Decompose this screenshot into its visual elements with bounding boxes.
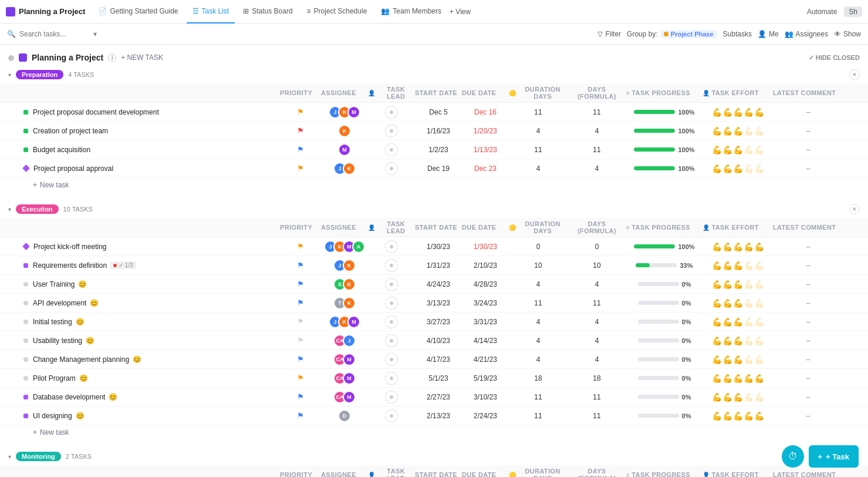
task-name[interactable]: UI designing 😊: [33, 412, 280, 420]
project-info-icon[interactable]: i: [108, 53, 116, 62]
search-input[interactable]: [19, 30, 90, 38]
priority-cell[interactable]: ⚑: [280, 355, 321, 364]
new-task-floating-button[interactable]: + + Task: [809, 445, 859, 468]
assignee-cell[interactable]: J K M A: [321, 240, 368, 253]
tasklead-cell[interactable]: [368, 334, 415, 347]
assignee-cell[interactable]: CA J: [321, 334, 368, 347]
priority-cell[interactable]: ⚑: [280, 164, 321, 173]
priority-cell[interactable]: ⚑: [280, 261, 321, 270]
priority-cell[interactable]: ⚑: [280, 411, 321, 420]
group-header-monitoring[interactable]: ▾ Monitoring 2 TASKS ✕: [0, 448, 868, 465]
group-close-execution[interactable]: ✕: [849, 204, 860, 214]
task-name[interactable]: User Training 😊: [33, 280, 280, 288]
priority-cell[interactable]: ⚑: [280, 242, 321, 251]
assignee-cell[interactable]: CA M: [321, 372, 368, 385]
task-name[interactable]: Database development 😊: [33, 393, 280, 401]
assignee-cell[interactable]: J K: [321, 162, 368, 175]
col-effort-ex: 👤TASK EFFORT: [702, 224, 773, 231]
avatar: D: [338, 409, 351, 422]
assignees-button[interactable]: 👥 Assignees: [785, 30, 828, 38]
share-button[interactable]: Sh: [844, 6, 862, 17]
timer-button[interactable]: ⏱: [782, 445, 804, 468]
assignee-cell[interactable]: K: [321, 125, 368, 137]
assignee-cell[interactable]: D: [321, 409, 368, 422]
group-toggle-execution[interactable]: ▾: [8, 206, 11, 213]
filter-button[interactable]: ▽ Filter: [597, 30, 621, 38]
formula-cell: 4: [568, 355, 626, 364]
subtasks-button[interactable]: Subtasks: [723, 30, 752, 38]
tasklead-cell[interactable]: [368, 353, 415, 366]
group-toggle-monitoring[interactable]: ▾: [8, 454, 11, 460]
progress-cell: 0%: [626, 394, 702, 401]
task-name[interactable]: Project proposal document development: [33, 108, 280, 116]
priority-cell[interactable]: ⚑: [280, 126, 321, 135]
tasklead-cell[interactable]: [368, 143, 415, 156]
automate-button[interactable]: Automate: [807, 8, 837, 16]
nav-tab-status-board[interactable]: ⊞ Status Board: [237, 0, 298, 23]
assignee-cell[interactable]: J K M: [321, 315, 368, 328]
nav-tab-task-list[interactable]: ☰ Task List: [187, 0, 235, 23]
tasklead-cell[interactable]: [368, 106, 415, 119]
task-name[interactable]: Budget acquisition: [33, 146, 280, 154]
priority-cell[interactable]: ⚑: [280, 317, 321, 326]
nav-tab-team-members[interactable]: 👥 Team Members: [375, 0, 447, 23]
priority-cell[interactable]: ⚑: [280, 145, 321, 154]
priority-cell[interactable]: ⚑: [280, 298, 321, 307]
assignee-cell[interactable]: J K M: [321, 106, 368, 119]
task-name[interactable]: Project kick-off meeting: [33, 243, 280, 251]
task-name[interactable]: Change Management planning 😊: [33, 355, 280, 364]
nav-tab-project-schedule[interactable]: ≡ Project Schedule: [301, 0, 373, 23]
assignee-cell[interactable]: CA M: [321, 391, 368, 404]
priority-cell[interactable]: ⚑: [280, 280, 321, 288]
me-button[interactable]: 👤 Me: [758, 30, 779, 38]
priority-cell[interactable]: ⚑: [280, 374, 321, 382]
group-close-preparation[interactable]: ✕: [849, 69, 860, 80]
priority-cell[interactable]: ⚑: [280, 392, 321, 401]
search-dropdown-icon[interactable]: ▾: [93, 30, 97, 38]
task-name[interactable]: Project proposal approval: [33, 164, 280, 173]
assignee-cell[interactable]: S K: [321, 278, 368, 291]
tasklead-cell[interactable]: [368, 391, 415, 404]
tab-label: Status Board: [252, 7, 292, 15]
search-box[interactable]: 🔍 ▾: [7, 30, 124, 38]
group-by-button[interactable]: Group by: Project Phase: [627, 30, 717, 38]
progress-cell: 100%: [626, 127, 702, 135]
hide-closed-button[interactable]: ✓ HIDE CLOSED: [809, 54, 860, 62]
task-name[interactable]: Requirements definition ✓ 1/3: [33, 261, 280, 270]
due-date-cell: 3/10/23: [462, 393, 509, 401]
assignee-cell[interactable]: M: [321, 143, 368, 156]
tasklead-cell[interactable]: [368, 240, 415, 253]
me-icon: 👤: [758, 30, 766, 38]
show-button[interactable]: 👁 Show: [834, 30, 861, 38]
priority-cell[interactable]: ⚑: [280, 336, 321, 345]
col-effort-mon: 👤TASK EFFORT: [702, 471, 773, 477]
task-name[interactable]: Creation of project team: [33, 127, 280, 135]
task-name[interactable]: API development 😊: [33, 299, 280, 307]
group-toggle-preparation[interactable]: ▾: [8, 72, 11, 78]
assignee-cell[interactable]: J K: [321, 259, 368, 272]
new-task-button-execution[interactable]: +New task: [0, 425, 868, 439]
tasklead-cell[interactable]: [368, 162, 415, 175]
assignee-cell[interactable]: T K: [321, 297, 368, 310]
task-name[interactable]: Usability testing 😊: [33, 337, 280, 345]
task-name[interactable]: Pilot Program 😊: [33, 374, 280, 382]
add-view-button[interactable]: + View: [450, 8, 471, 16]
tasklead-cell[interactable]: [368, 315, 415, 328]
tasklead-cell[interactable]: [368, 409, 415, 422]
tasklead-cell[interactable]: [368, 278, 415, 291]
new-task-header-btn[interactable]: + NEW TASK: [121, 53, 163, 62]
task-name[interactable]: Initial testing 😊: [33, 318, 280, 326]
tasklead-cell[interactable]: [368, 372, 415, 385]
new-task-button-preparation[interactable]: +New task: [0, 178, 868, 192]
col-duration-ex: 🟡DURATION DAYS: [509, 220, 568, 234]
tasklead-cell[interactable]: [368, 125, 415, 137]
collapse-project-icon[interactable]: ◎: [8, 54, 14, 62]
project-logo[interactable]: Planning a Project: [6, 7, 85, 16]
tasklead-cell[interactable]: [368, 297, 415, 310]
tasklead-cell[interactable]: [368, 259, 415, 272]
nav-tab-getting-started[interactable]: 📄 Getting Started Guide: [92, 0, 184, 23]
priority-cell[interactable]: ⚑: [280, 108, 321, 116]
assignee-cell[interactable]: CA M: [321, 353, 368, 366]
group-header-preparation[interactable]: ▾ Preparation 4 TASKS ✕: [0, 66, 868, 83]
group-header-execution[interactable]: ▾ Execution 10 TASKS ✕: [0, 200, 868, 218]
